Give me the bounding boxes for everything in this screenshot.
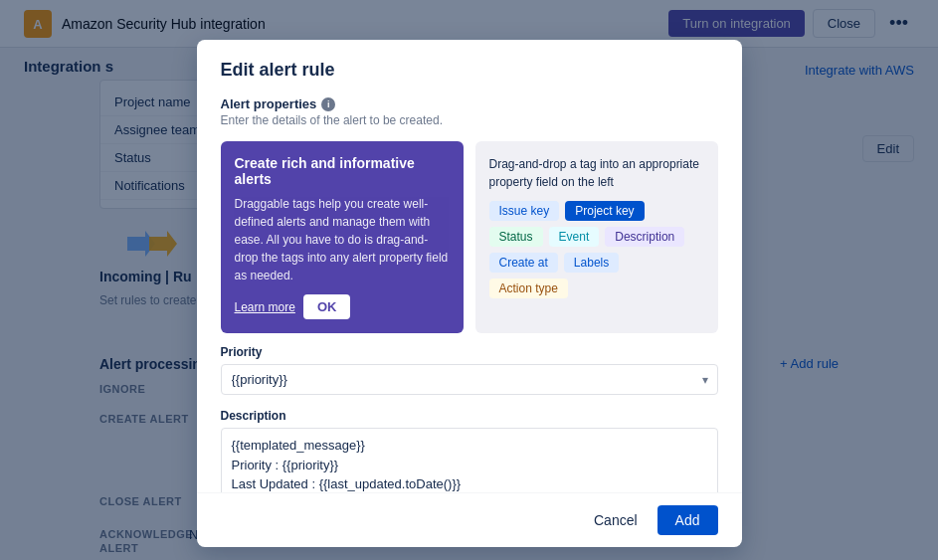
modal-header: Edit alert rule [197, 40, 742, 96]
info-banner: Create rich and informative alerts Dragg… [221, 141, 464, 333]
priority-group: Priority {{priority}} ▾ [221, 345, 718, 395]
priority-select-wrapper: {{priority}} ▾ [221, 364, 718, 395]
tag-labels[interactable]: Labels [564, 253, 619, 273]
tag-create-at[interactable]: Create at [489, 253, 558, 273]
tag-issue-key[interactable]: Issue key [489, 201, 560, 221]
tags-panel: Drag-and-drop a tag into an appropriate … [475, 141, 718, 333]
modal-title: Edit alert rule [221, 60, 718, 81]
tag-project-key[interactable]: Project key [565, 201, 644, 221]
description-label: Description [221, 409, 718, 423]
modal-body: Alert properties i Enter the details of … [197, 96, 742, 492]
info-icon[interactable]: i [321, 97, 335, 111]
modal-overlay: Edit alert rule Alert properties i Enter… [0, 0, 938, 560]
ok-button[interactable]: OK [303, 294, 351, 319]
cancel-button[interactable]: Cancel [584, 505, 648, 535]
priority-label: Priority [221, 345, 718, 359]
tags-panel-desc: Drag-and-drop a tag into an appropriate … [489, 155, 704, 191]
add-button[interactable]: Add [657, 505, 718, 535]
tag-event[interactable]: Event [549, 227, 600, 247]
tag-status[interactable]: Status [489, 227, 543, 247]
alert-properties-desc: Enter the details of the alert to be cre… [221, 113, 718, 127]
learn-more-button[interactable]: Learn more [235, 300, 295, 314]
tag-action-type[interactable]: Action type [489, 279, 568, 298]
banner-split: Create rich and informative alerts Dragg… [221, 141, 718, 333]
tag-description[interactable]: Description [605, 227, 684, 247]
tags-grid: Issue key Project key Status Event Descr… [489, 201, 704, 298]
alert-properties-group: Alert properties i Enter the details of … [221, 96, 718, 127]
modal-footer: Cancel Add [197, 492, 742, 547]
edit-alert-rule-modal: Edit alert rule Alert properties i Enter… [197, 40, 742, 547]
description-group: Description [221, 409, 718, 492]
priority-select[interactable]: {{priority}} [221, 364, 718, 395]
banner-text: Draggable tags help you create well-defi… [235, 195, 450, 284]
alert-properties-label: Alert properties i [221, 96, 718, 111]
description-textarea[interactable] [221, 428, 718, 492]
banner-actions: Learn more OK [235, 294, 450, 319]
banner-title: Create rich and informative alerts [235, 155, 450, 187]
